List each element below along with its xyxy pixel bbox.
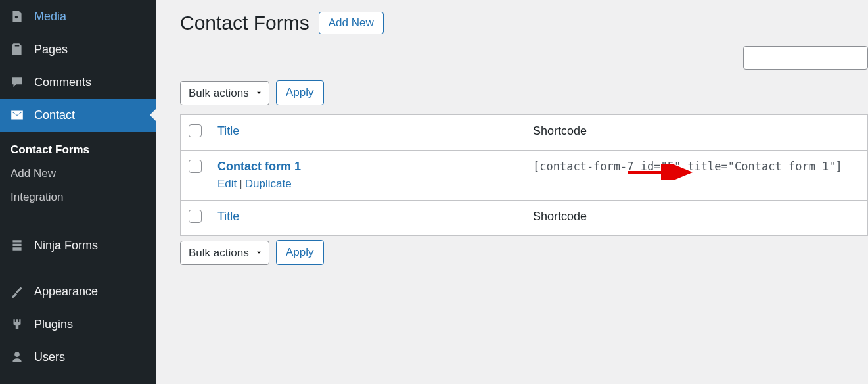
col-shortcode-footer: Shortcode [525, 201, 868, 236]
edit-link[interactable]: Edit [217, 178, 237, 190]
page-title: Contact Forms [180, 12, 309, 34]
apply-button-bottom[interactable]: Apply [276, 240, 324, 265]
shortcode-text[interactable]: [contact-form-7 id="5" title="Contact fo… [533, 160, 842, 173]
sidebar-separator [0, 262, 156, 275]
plugins-icon [9, 316, 25, 332]
col-title-link[interactable]: Title [217, 210, 239, 223]
sidebar-separator [0, 216, 156, 229]
sidebar-item-label: Media [34, 10, 66, 24]
table-row: Contact form 1 Edit|Duplicate [contact-f… [181, 151, 868, 201]
col-title-footer[interactable]: Title [210, 201, 525, 236]
add-new-button[interactable]: Add New [319, 12, 384, 34]
submenu-contact-forms[interactable]: Contact Forms [0, 138, 156, 162]
duplicate-link[interactable]: Duplicate [245, 178, 292, 190]
forms-table: Title Shortcode Contact form 1 Edit|Dupl… [180, 114, 868, 236]
sidebar-item-appearance[interactable]: Appearance [0, 275, 156, 308]
sidebar-submenu-contact: Contact Forms Add New Integration [0, 132, 156, 216]
bulk-actions-select-bottom[interactable]: Bulk actions [180, 241, 269, 265]
sidebar-item-label: Ninja Forms [34, 239, 98, 252]
table-footer-row: Title Shortcode [181, 201, 868, 236]
row-actions: Edit|Duplicate [217, 178, 517, 191]
select-all-header [181, 115, 210, 151]
select-all-checkbox-bottom[interactable] [189, 210, 202, 223]
sidebar-item-comments[interactable]: Comments [0, 66, 156, 99]
select-all-checkbox[interactable] [189, 124, 202, 137]
sidebar-item-ninja-forms[interactable]: Ninja Forms [0, 229, 156, 262]
sidebar-item-label: Users [34, 350, 65, 364]
col-shortcode-header: Shortcode [525, 115, 868, 151]
action-separator: | [237, 178, 244, 190]
row-checkbox[interactable] [189, 160, 202, 173]
form-icon [9, 237, 25, 253]
sidebar-item-label: Comments [34, 76, 91, 89]
mail-icon [9, 107, 25, 123]
sidebar-item-label: Plugins [34, 318, 73, 331]
page-header: Contact Forms Add New [180, 7, 868, 46]
bulk-actions-select[interactable]: Bulk actions [180, 81, 269, 105]
col-title-header[interactable]: Title [210, 115, 525, 151]
sidebar-item-users[interactable]: Users [0, 341, 156, 373]
col-title-link[interactable]: Title [217, 124, 239, 137]
table-header-row: Title Shortcode [181, 115, 868, 151]
search-input[interactable] [743, 46, 868, 70]
tablenav-bottom: Bulk actions Apply [180, 236, 868, 274]
appearance-icon [9, 283, 25, 299]
sidebar-item-label: Appearance [34, 285, 98, 299]
main-content: Contact Forms Add New Bulk actions Apply… [156, 0, 868, 384]
users-icon [9, 349, 25, 365]
search-wrap [180, 46, 868, 70]
comments-icon [9, 74, 25, 90]
sidebar-item-contact[interactable]: Contact [0, 99, 156, 132]
sidebar-item-plugins[interactable]: Plugins [0, 308, 156, 341]
sidebar-item-label: Contact [34, 108, 75, 122]
media-icon [9, 9, 25, 24]
row-title-link[interactable]: Contact form 1 [217, 160, 301, 173]
submenu-integration[interactable]: Integration [0, 185, 156, 209]
tablenav-top: Bulk actions Apply [180, 76, 868, 114]
sidebar-item-pages[interactable]: Pages [0, 33, 156, 66]
admin-sidebar: Media Pages Comments Contact Contact For… [0, 0, 156, 384]
submenu-add-new[interactable]: Add New [0, 162, 156, 185]
sidebar-item-label: Pages [34, 43, 68, 57]
pages-icon [9, 41, 25, 57]
sidebar-item-media[interactable]: Media [0, 0, 156, 33]
apply-button-top[interactable]: Apply [276, 80, 324, 105]
